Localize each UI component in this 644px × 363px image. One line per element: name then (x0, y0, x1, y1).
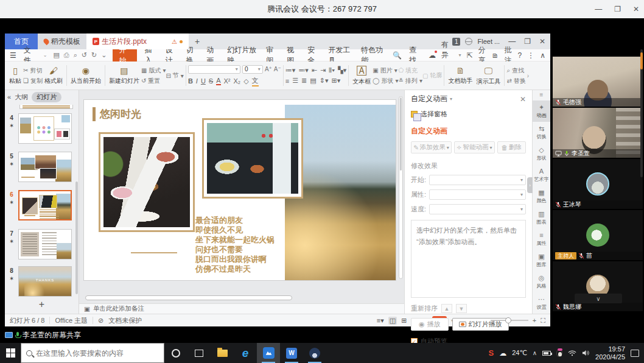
slide-thumbnail-6-selected[interactable] (18, 190, 72, 220)
more-icon[interactable]: ⋮ (527, 51, 534, 60)
section-button[interactable]: ⊟ 节 ▾ (166, 71, 183, 80)
print-icon[interactable]: ⎙ (64, 51, 69, 59)
italic-button[interactable]: I (196, 77, 198, 85)
anim-panel-close-icon[interactable]: ✕ (520, 95, 526, 104)
maximize-icon[interactable]: ❐ (614, 5, 621, 13)
video-tile-2[interactable]: 李圣萱 (553, 108, 643, 158)
reset-button[interactable]: ↺ 重置 (141, 77, 166, 85)
justify-icon[interactable]: ▤ (310, 77, 316, 85)
new-slide-button[interactable]: ▤新建幻灯片 (107, 63, 141, 88)
preview-icon[interactable]: ⌕ (74, 51, 77, 59)
panel-collapse-icon[interactable]: « (7, 93, 11, 100)
save-icon[interactable]: ▤ (53, 51, 59, 59)
numbered-list-icon[interactable]: ≕▾ (298, 66, 309, 74)
videos-scrollbar-thumb[interactable] (640, 52, 643, 69)
poem-textbox[interactable]: 最合适的朋友 即使很久不见 坐下来就能一起吃火锅 问好也不需要 脱口而出我跟你讲… (195, 216, 275, 274)
tencent-meeting-button[interactable] (257, 343, 280, 363)
strip-color[interactable]: ▦颜色 (533, 186, 550, 207)
strip-gallery[interactable]: ▣图库 (533, 250, 550, 271)
normal-view-icon[interactable]: ◫ (388, 317, 397, 325)
warning-icon[interactable]: ⚠ (172, 38, 177, 45)
align-right-icon[interactable]: ≣ (301, 77, 307, 85)
picture-button[interactable]: ▣ 图片 ▾ (373, 66, 398, 75)
paste-button[interactable]: ▯粘贴 (7, 63, 23, 88)
underline-button[interactable]: U (201, 77, 206, 85)
taskbar-search[interactable] (21, 343, 164, 363)
cut-button[interactable]: ✂ 剪切 (23, 66, 43, 75)
redo-icon[interactable]: ↻ (91, 51, 97, 59)
play-button[interactable]: ◉ 播放 (411, 318, 449, 331)
textbox-button[interactable]: 🄰文本框 (351, 63, 373, 88)
slide-thumbnail-4[interactable] (18, 113, 72, 144)
slide-vertical-scrollbar[interactable] (399, 96, 403, 279)
search-input[interactable] (36, 349, 159, 358)
tray-expand-icon[interactable]: ∧ (533, 350, 537, 356)
align-objects-icon[interactable]: ⊞▾ (331, 77, 340, 85)
share-icon[interactable]: ⇱ (467, 51, 473, 60)
slide-thumbnail-7[interactable] (18, 229, 72, 259)
copy-button[interactable]: ❏ 复制 (23, 77, 43, 85)
bbq-photo-frame[interactable] (99, 132, 195, 232)
table-photo-frame[interactable] (202, 118, 303, 199)
shapes-button[interactable]: ◯ 形状 ▾ (373, 77, 398, 85)
weather-icon[interactable]: ☁ (499, 349, 506, 358)
sorter-view-icon[interactable]: ⊞ (401, 317, 407, 325)
align-center-icon[interactable]: ☰ (292, 77, 298, 85)
cloud-sync-icon[interactable]: ☁ (429, 51, 436, 60)
protection-status[interactable]: 文档未保护 (108, 316, 142, 325)
speed-select[interactable]: ▾ (429, 204, 526, 214)
video-tile-4[interactable]: 主持人 苗 (553, 210, 643, 260)
pane-menu-icon[interactable]: ≡ (540, 91, 544, 98)
outline-button[interactable]: ▢ 轮廓 (422, 71, 442, 80)
slide-thumbnail-5[interactable] (18, 152, 72, 182)
slides-tab[interactable]: 幻灯片 (32, 92, 61, 102)
zoom-slider-knob[interactable] (505, 317, 511, 323)
notes-toggle-icon[interactable]: ≡▾ (377, 317, 384, 325)
present-tools-button[interactable]: 🖵演示工具 (474, 63, 502, 88)
decrease-indent-icon[interactable]: ⇤ (312, 66, 317, 74)
move-down-button[interactable]: ▼ (456, 304, 467, 313)
highlight-icon[interactable]: 文 (252, 76, 259, 86)
strip-properties[interactable]: ≡属性 (533, 228, 550, 250)
help-icon[interactable]: ? (518, 51, 522, 60)
fit-screen-icon[interactable]: ⛶ (541, 317, 545, 325)
decrease-font-icon[interactable]: A⁻ (274, 66, 281, 72)
collapse-videos-button[interactable]: ∨ (575, 294, 622, 303)
comment-icon[interactable]: 🗈 (492, 51, 499, 60)
clock[interactable]: 19:57 2020/4/25 (595, 345, 625, 361)
decorative-line[interactable] (131, 252, 177, 253)
strip-transition[interactable]: ⇆切换 (533, 122, 550, 143)
animation-list-box[interactable]: 选中幻灯片的某个元素，然后单击“添加效果”添加动画。 (411, 220, 526, 298)
clear-format-icon[interactable]: ◇ (243, 77, 248, 85)
format-painter-button[interactable]: 🖌格式刷 (43, 63, 65, 88)
anim-title-caret-icon[interactable]: ▾ (450, 96, 452, 102)
sogou-input-icon[interactable]: S (488, 348, 494, 358)
app-button[interactable] (303, 343, 326, 363)
task-view-button[interactable] (187, 343, 211, 363)
fill-button[interactable]: ⬠ 填充 (399, 66, 422, 75)
hamburger-icon[interactable]: ☰ (10, 51, 16, 60)
delete-effect-button[interactable]: 🗑 删除 (497, 141, 526, 153)
increase-indent-icon[interactable]: ⇥ (320, 66, 326, 74)
columns-icon[interactable]: ▚▾ (338, 66, 346, 74)
quickbar-caret-icon[interactable]: ⌄ (101, 51, 107, 59)
text-direction-icon[interactable]: ⫴▾ (329, 66, 335, 74)
video-tile-5[interactable]: 魏思娜 (553, 261, 643, 311)
start-select[interactable]: ▾ (429, 175, 526, 185)
tab-document[interactable]: P 生活片段.pptx ⚠ (86, 33, 189, 49)
strip-chart[interactable]: ▥图表 (533, 207, 550, 228)
align-left-icon[interactable]: ≡ (285, 77, 289, 85)
superscript-icon[interactable]: X² (224, 77, 231, 85)
temperature[interactable]: 24℃ (512, 349, 527, 357)
property-select[interactable]: ▾ (429, 189, 526, 200)
wifi-icon[interactable] (568, 350, 576, 356)
strip-shapes[interactable]: ◇形状 (533, 143, 550, 164)
layout-button[interactable]: ▦ 版式 ▾ (141, 66, 166, 75)
zoom-in-icon[interactable]: + (533, 317, 536, 324)
slide-title[interactable]: 悠闲时光 (93, 107, 141, 121)
slide-thumb-partial[interactable] (19, 105, 73, 109)
tab-docer[interactable]: 稻壳模板 (38, 33, 86, 49)
font-size-combo[interactable]: 0▾ (242, 65, 263, 74)
doc-helper-button[interactable]: 🗎文档助手 (446, 63, 474, 88)
strip-animation[interactable]: ✦动画 (533, 100, 550, 122)
